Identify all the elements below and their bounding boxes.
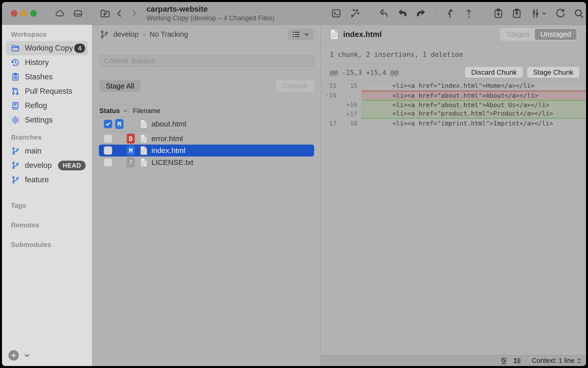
statusbar-divider: [526, 357, 527, 365]
diff-line-deletion[interactable]: -16 <li><a href="about.html">About</a></…: [321, 91, 586, 100]
line-spacing-icon[interactable]: [513, 357, 521, 365]
magic-wand-icon: [349, 8, 360, 19]
file-row-index[interactable]: M index.html: [99, 145, 314, 156]
sidebar-item-label: Stashes: [25, 72, 53, 81]
current-branch[interactable]: develop: [113, 30, 139, 38]
file-row-license[interactable]: ? LICENSE.txt: [99, 156, 314, 168]
add-options-chevron-icon[interactable]: [23, 352, 31, 359]
stash-pop-button[interactable]: [510, 6, 524, 21]
sidebar-item-history[interactable]: History: [6, 55, 88, 70]
switch-repository-button[interactable]: [98, 6, 112, 21]
file-name: about.html: [151, 120, 186, 128]
ignore-whitespace-icon[interactable]: [500, 357, 508, 365]
search-button[interactable]: [572, 6, 586, 21]
tracking-status[interactable]: No Tracking: [150, 30, 188, 38]
rebase-arrow-icon: [463, 8, 475, 19]
diff-line-context[interactable]: 17 18 <li><a href="imprint.html">Imprint…: [321, 119, 586, 128]
repo-subtitle: Working Copy (develop – 4 Changed Files): [147, 14, 275, 22]
diff-filename: index.html: [343, 30, 382, 39]
sidebar-branch-feature[interactable]: feature: [6, 173, 88, 187]
sidebar-item-settings[interactable]: Settings: [6, 113, 88, 127]
remotes-section-header[interactable]: Remotes: [2, 221, 92, 229]
workspace-section-header: Workspace: [2, 31, 92, 38]
sidebar-branch-main[interactable]: main: [6, 144, 88, 158]
unstaged-tab[interactable]: Unstaged: [535, 29, 577, 40]
filename-column-header[interactable]: Filename: [129, 107, 160, 115]
stage-chunk-button[interactable]: Stage Chunk: [527, 67, 580, 78]
sidebar-item-label: Settings: [25, 116, 53, 124]
discard-button[interactable]: [377, 6, 391, 21]
tags-section-header[interactable]: Tags: [2, 202, 92, 210]
redo-button[interactable]: [414, 6, 428, 21]
back-button[interactable]: [112, 6, 127, 21]
old-line-number: [321, 100, 341, 109]
terminal-button[interactable]: [329, 6, 343, 21]
app-window: carparts-website Working Copy (develop –…: [2, 2, 586, 366]
file-row-about[interactable]: M about.html: [99, 118, 314, 130]
diff-line-context[interactable]: 15 15 <li><a href="index.html">Home</a><…: [321, 81, 586, 91]
local-drive-icon[interactable]: [73, 8, 83, 19]
file-name: index.html: [151, 146, 185, 155]
status-badge: M: [115, 119, 123, 129]
staged-unstaged-separator: [99, 131, 314, 131]
zoom-window-button[interactable]: [30, 10, 37, 17]
history-icon: [10, 58, 20, 67]
staged-unstaged-toggle: Staged Unstaged: [500, 28, 578, 41]
stash-clipboard-icon: [10, 72, 20, 82]
chevron-down-icon: [304, 31, 310, 37]
list-view-icon: [292, 30, 301, 39]
stage-checkbox[interactable]: [104, 146, 112, 155]
sidebar-item-label: History: [25, 58, 49, 67]
code-text: <li><a href="about.html">About Us</a></l…: [362, 100, 586, 109]
sidebar-item-pull-requests[interactable]: Pull Requests: [6, 84, 88, 98]
submodules-section-header[interactable]: Submodules: [2, 241, 92, 249]
branch-icon: [10, 175, 20, 184]
commit-button[interactable]: Commit: [276, 80, 314, 92]
refresh-button[interactable]: [553, 6, 568, 21]
pull-request-icon: [10, 87, 20, 96]
titlebar-divider: [69, 8, 69, 19]
diff-line-addition[interactable]: +16 <li><a href="about.html">About Us</a…: [321, 100, 586, 109]
sidebar-item-reflog[interactable]: Reflog: [6, 98, 88, 113]
forward-button[interactable]: [127, 6, 141, 21]
diff-header: index.html Staged Unstaged: [321, 25, 586, 44]
diff-summary: 1 chunk, 2 insertions, 1 deletion: [321, 44, 586, 64]
new-line-number: [341, 91, 362, 100]
status-badge: M: [127, 146, 135, 155]
stash-save-button[interactable]: [491, 6, 506, 21]
undo-button[interactable]: [395, 6, 410, 21]
diff-line-addition[interactable]: +17 <li><a href="product.html">Product</…: [321, 109, 586, 119]
stage-all-button[interactable]: Stage All: [99, 80, 141, 92]
status-column-label: Status: [99, 107, 120, 115]
sidebar: Workspace Working Copy 4 History Stashes: [2, 25, 92, 366]
minimize-window-button[interactable]: [21, 10, 27, 17]
terminal-icon: [331, 8, 342, 19]
toolbar-divider: [483, 8, 484, 19]
discard-chunk-button[interactable]: Discard Chunk: [465, 67, 523, 78]
rebase-button[interactable]: [462, 6, 476, 21]
sidebar-branch-develop[interactable]: develop HEAD: [6, 158, 88, 173]
stepper-chevrons-icon[interactable]: [577, 358, 581, 364]
filter-options-button[interactable]: [528, 6, 549, 21]
stage-checkbox[interactable]: [104, 158, 112, 167]
staged-tab[interactable]: Staged: [501, 29, 535, 40]
sidebar-item-working-copy[interactable]: Working Copy 4: [6, 41, 88, 55]
gear-icon: [10, 115, 20, 125]
sidebar-item-stashes[interactable]: Stashes: [6, 70, 88, 84]
new-line-number: 18: [341, 119, 362, 128]
chevron-left-icon: [115, 9, 124, 18]
document-icon: [140, 158, 147, 167]
context-stepper[interactable]: Context: 1 line: [532, 357, 581, 365]
commit-subject-input[interactable]: [99, 55, 314, 66]
magic-wand-button[interactable]: [347, 6, 362, 21]
close-window-button[interactable]: [11, 10, 17, 17]
cloud-icon[interactable]: [54, 8, 65, 19]
stage-checkbox[interactable]: [104, 134, 112, 143]
status-column-header[interactable]: Status: [92, 107, 129, 115]
stage-checkbox[interactable]: [104, 120, 112, 128]
merge-button[interactable]: [443, 6, 458, 21]
file-row-error[interactable]: D error.html: [99, 133, 314, 145]
view-options-button[interactable]: [288, 29, 314, 40]
titlebar-middle-section: carparts-website Working Copy (develop –…: [88, 2, 304, 25]
add-repository-button[interactable]: [8, 350, 19, 361]
